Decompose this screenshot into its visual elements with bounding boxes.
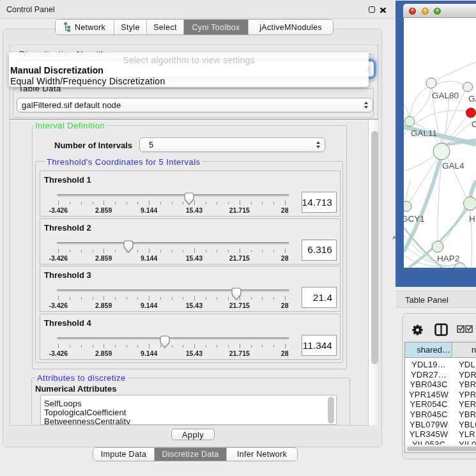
- svg-text:C: C: [472, 119, 476, 129]
- svg-text:GAL80: GAL80: [432, 91, 459, 100]
- svg-text:GAL11: GAL11: [411, 128, 437, 138]
- svg-text:HAP2: HAP2: [437, 254, 459, 263]
- svg-text:GCY1: GCY1: [404, 214, 425, 224]
- svg-text:GAL4: GAL4: [442, 161, 464, 171]
- svg-text:H: H: [469, 214, 475, 224]
- svg-text:GA: GA: [468, 94, 476, 104]
